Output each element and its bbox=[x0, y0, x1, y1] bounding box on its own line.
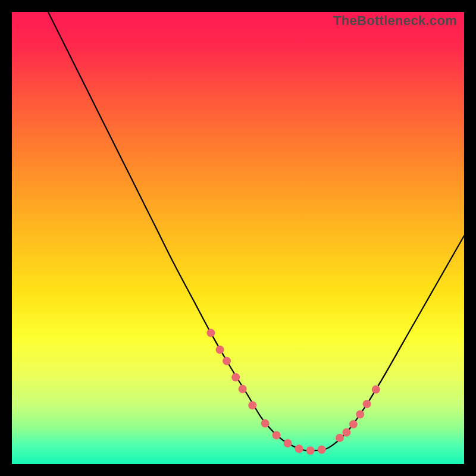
data-point bbox=[295, 444, 303, 453]
data-point bbox=[223, 357, 231, 365]
data-point bbox=[261, 419, 270, 428]
data-point bbox=[206, 329, 215, 337]
data-point bbox=[306, 446, 315, 455]
marker-layer bbox=[206, 329, 380, 455]
data-point bbox=[363, 400, 371, 408]
data-point bbox=[216, 346, 224, 354]
data-point bbox=[372, 386, 380, 394]
data-point bbox=[356, 410, 364, 418]
data-point bbox=[318, 446, 326, 454]
data-point bbox=[231, 373, 240, 381]
chart-svg bbox=[12, 12, 464, 464]
data-point bbox=[273, 431, 281, 439]
data-point bbox=[336, 434, 344, 442]
data-point bbox=[342, 428, 350, 437]
data-point bbox=[284, 439, 292, 447]
data-point bbox=[248, 401, 256, 409]
chart-frame: TheBottleneck.com bbox=[12, 12, 464, 464]
bottleneck-curve bbox=[48, 12, 464, 451]
data-point bbox=[349, 420, 358, 428]
data-point bbox=[239, 385, 247, 393]
